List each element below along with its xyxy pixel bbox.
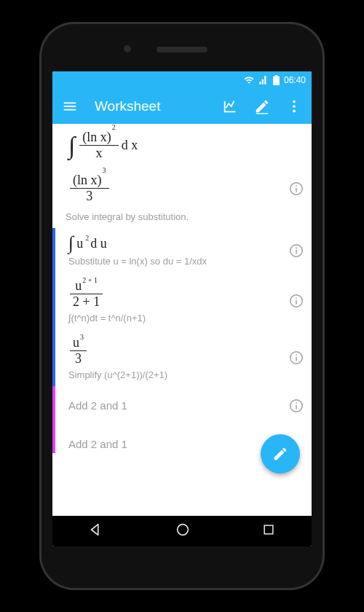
recent-apps-button[interactable] bbox=[261, 522, 276, 540]
phone-speaker bbox=[157, 47, 207, 52]
svg-rect-0 bbox=[256, 113, 269, 114]
info-icon[interactable] bbox=[288, 398, 304, 414]
signal-icon bbox=[258, 75, 269, 85]
pencil-icon bbox=[272, 446, 288, 462]
integral-symbol: ∫ bbox=[68, 133, 75, 158]
app-title: Worksheet bbox=[95, 98, 210, 114]
edit-button[interactable] bbox=[250, 98, 274, 114]
svg-point-19 bbox=[178, 525, 189, 536]
info-icon[interactable] bbox=[288, 293, 304, 309]
svg-point-9 bbox=[296, 247, 297, 248]
step-row[interactable]: u 2 + 1 2 + 1 ∫(t^n)dt = t^n/(n+1) bbox=[52, 272, 312, 329]
worksheet-content[interactable]: ∫ (ln x) 2 x d x bbox=[52, 124, 312, 516]
result-row[interactable]: (ln x) 3 3 bbox=[52, 167, 312, 210]
battery-icon bbox=[273, 75, 280, 85]
android-nav-bar bbox=[52, 516, 312, 546]
step-subtext: Simplify (u^(2+1))/(2+1) bbox=[68, 369, 277, 380]
graph-button[interactable] bbox=[218, 98, 242, 114]
screen: 06:40 Worksheet ∫ bbox=[52, 71, 312, 546]
step-row[interactable]: ∫ u 2 d u Substitute u = ln(x) so du = 1… bbox=[52, 228, 312, 272]
phone-frame: 06:40 Worksheet ∫ bbox=[39, 22, 325, 590]
math-expression: ∫ (ln x) 2 x d x bbox=[68, 130, 277, 161]
math-expression: ∫ u 2 d u bbox=[68, 234, 277, 253]
svg-point-1 bbox=[293, 101, 296, 103]
svg-point-2 bbox=[293, 105, 296, 108]
step-text: Add 2 and 1 bbox=[68, 438, 127, 450]
svg-point-12 bbox=[296, 297, 297, 299]
svg-point-6 bbox=[296, 185, 297, 187]
math-expression: u 3 3 bbox=[68, 335, 277, 366]
svg-point-15 bbox=[296, 354, 297, 356]
home-button[interactable] bbox=[175, 522, 191, 541]
step-subtext: Substitute u = ln(x) so du = 1/xdx bbox=[68, 256, 277, 267]
svg-point-3 bbox=[293, 110, 296, 113]
fab-edit-button[interactable] bbox=[261, 434, 300, 474]
info-icon[interactable] bbox=[288, 181, 304, 197]
phone-camera bbox=[124, 45, 131, 52]
status-bar: 06:40 bbox=[52, 71, 312, 89]
app-bar: Worksheet bbox=[52, 89, 312, 124]
step-caption: Solve integral by substitution. bbox=[52, 210, 312, 228]
expression-row[interactable]: ∫ (ln x) 2 x d x bbox=[52, 124, 312, 167]
svg-rect-20 bbox=[264, 525, 273, 534]
step-text: Add 2 and 1 bbox=[68, 399, 127, 412]
wifi-icon bbox=[244, 75, 254, 85]
overflow-button[interactable] bbox=[282, 98, 306, 114]
svg-point-18 bbox=[296, 402, 297, 404]
step-subtext: ∫(t^n)dt = t^n/(n+1) bbox=[68, 313, 277, 323]
info-icon[interactable] bbox=[288, 243, 304, 259]
step-row[interactable]: u 3 3 Simplify (u^(2+1))/(2+1) bbox=[52, 329, 312, 386]
math-expression: u 2 + 1 2 + 1 bbox=[68, 278, 277, 310]
back-button[interactable] bbox=[88, 522, 104, 541]
menu-button[interactable] bbox=[58, 98, 82, 114]
integral-symbol: ∫ bbox=[68, 234, 74, 253]
step-row[interactable]: Add 2 and 1 bbox=[52, 386, 312, 425]
math-expression: (ln x) 3 3 bbox=[68, 173, 277, 204]
status-time: 06:40 bbox=[284, 75, 306, 85]
info-icon[interactable] bbox=[288, 350, 304, 366]
